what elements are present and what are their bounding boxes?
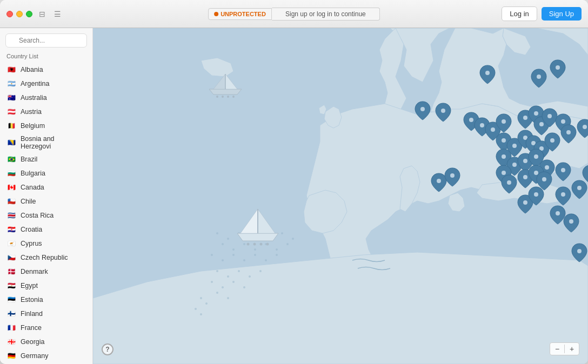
list-item[interactable]: 🇦🇱Albania — [2, 63, 90, 77]
zoom-in-button[interactable]: + — [565, 343, 579, 355]
svg-point-21 — [265, 259, 267, 261]
close-button[interactable] — [6, 11, 13, 17]
status-dot — [214, 12, 218, 16]
list-item[interactable]: 🇪🇬Egypt — [2, 279, 90, 293]
status-label: UNPROTECTED — [220, 11, 266, 17]
list-item[interactable]: 🇨🇱Chile — [2, 194, 90, 208]
list-item[interactable]: 🇪🇪Estonia — [2, 293, 90, 307]
traffic-lights — [6, 11, 32, 17]
svg-point-24 — [227, 275, 229, 278]
country-flag: 🇫🇮 — [6, 309, 16, 319]
svg-point-18 — [232, 254, 235, 256]
list-item[interactable]: 🇨🇷Costa Rica — [2, 208, 90, 223]
svg-point-56 — [502, 119, 506, 124]
svg-point-78 — [502, 171, 506, 175]
list-item[interactable]: 🇧🇪Belgium — [2, 119, 90, 133]
list-item[interactable]: 🇦🇹Austria — [2, 105, 90, 119]
country-flag: 🇦🇹 — [6, 107, 16, 117]
country-flag: 🇨🇾 — [6, 239, 16, 248]
svg-point-52 — [441, 109, 445, 113]
zoom-out-button[interactable]: − — [550, 343, 564, 355]
svg-point-55 — [491, 127, 495, 132]
sidebar-toggle-icon[interactable]: ⊟ — [37, 8, 48, 21]
svg-point-47 — [266, 243, 269, 246]
svg-point-74 — [534, 154, 538, 159]
svg-point-72 — [512, 163, 517, 167]
svg-point-28 — [211, 281, 213, 283]
country-flag: 🇪🇬 — [6, 281, 16, 291]
search-wrapper: 🔍 — [0, 28, 92, 51]
svg-point-45 — [253, 243, 256, 246]
help-button[interactable]: ? — [102, 343, 113, 355]
titlebar-center: UNPROTECTED Sign up or log in to continu… — [208, 8, 380, 21]
list-item[interactable]: 🇩🇰Denmark — [2, 265, 90, 279]
country-name: Finland — [21, 310, 43, 318]
list-item[interactable]: 🇨🇦Canada — [2, 180, 90, 194]
country-name: Australia — [21, 94, 47, 102]
svg-point-11 — [243, 243, 245, 245]
country-flag: 🇦🇷 — [6, 79, 16, 89]
svg-point-62 — [566, 130, 571, 134]
svg-point-60 — [547, 114, 552, 118]
svg-point-50 — [556, 65, 560, 70]
list-item[interactable]: 🇨🇿Czech Republic — [2, 251, 90, 265]
svg-point-49 — [537, 75, 541, 79]
country-flag: 🇫🇷 — [6, 323, 16, 333]
svg-point-80 — [523, 175, 527, 179]
svg-point-66 — [512, 144, 517, 148]
svg-point-15 — [286, 243, 289, 245]
list-item[interactable]: 🇫🇮Finland — [2, 307, 90, 321]
signup-button[interactable]: Sign Up — [542, 7, 582, 21]
svg-point-23 — [216, 270, 218, 272]
country-flag: 🇦🇱 — [6, 65, 16, 75]
country-name: Albania — [21, 66, 43, 73]
svg-point-26 — [249, 275, 251, 278]
svg-point-30 — [232, 281, 235, 283]
svg-point-86 — [577, 186, 582, 190]
country-name: Czech Republic — [21, 254, 68, 261]
country-name: Brazil — [21, 156, 37, 163]
titlebar-right: Log in Sign Up — [502, 6, 582, 21]
country-name: Estonia — [21, 296, 43, 304]
svg-point-32 — [216, 292, 218, 294]
list-item[interactable]: 🇦🇺Australia — [2, 91, 90, 105]
login-button[interactable]: Log in — [502, 6, 537, 21]
search-container: 🔍 — [5, 33, 87, 48]
country-flag: 🇨🇿 — [6, 253, 16, 262]
list-item[interactable]: 🇨🇾Cyprus — [2, 237, 90, 251]
country-list: 🇦🇱Albania🇦🇷Argentina🇦🇺Australia🇦🇹Austria… — [0, 63, 92, 364]
list-item[interactable]: 🇦🇷Argentina — [2, 77, 90, 91]
list-item[interactable]: 🇩🇪Germany — [2, 349, 90, 363]
country-flag: 🇧🇦 — [6, 138, 16, 147]
svg-point-34 — [200, 297, 202, 299]
map-area[interactable]: ? − + — [93, 28, 588, 364]
list-item[interactable]: 🇫🇷France — [2, 321, 90, 335]
country-list-label: Country List — [0, 51, 92, 63]
country-flag: 🇩🇰 — [6, 267, 16, 277]
svg-point-76 — [437, 179, 441, 183]
minimize-button[interactable] — [16, 11, 23, 17]
status-message: Sign up or log in to continue — [272, 8, 380, 21]
country-name: Croatia — [21, 226, 42, 233]
svg-point-88 — [534, 192, 538, 197]
svg-point-44 — [247, 243, 250, 246]
svg-point-8 — [292, 238, 294, 240]
svg-point-29 — [222, 286, 224, 288]
list-item[interactable]: 🇬🇪Georgia — [2, 335, 90, 349]
country-flag: 🇨🇦 — [6, 183, 16, 192]
list-item[interactable]: 🇧🇦Bosnia and Herzegovi — [2, 133, 90, 152]
svg-point-82 — [542, 177, 546, 181]
country-name: Bulgaria — [21, 170, 45, 177]
svg-point-33 — [227, 297, 229, 299]
svg-point-46 — [260, 243, 263, 246]
search-input[interactable] — [5, 33, 87, 48]
svg-point-12 — [254, 248, 256, 251]
menu-icon[interactable]: ☰ — [52, 8, 63, 21]
svg-point-48 — [485, 71, 490, 75]
country-flag: 🇩🇪 — [6, 351, 16, 361]
list-item[interactable]: 🇧🇬Bulgaria — [2, 166, 90, 180]
list-item[interactable]: 🇧🇷Brazil — [2, 152, 90, 166]
list-item[interactable]: 🇭🇷Croatia — [2, 223, 90, 237]
maximize-button[interactable] — [26, 11, 32, 17]
country-flag: 🇦🇺 — [6, 93, 16, 103]
